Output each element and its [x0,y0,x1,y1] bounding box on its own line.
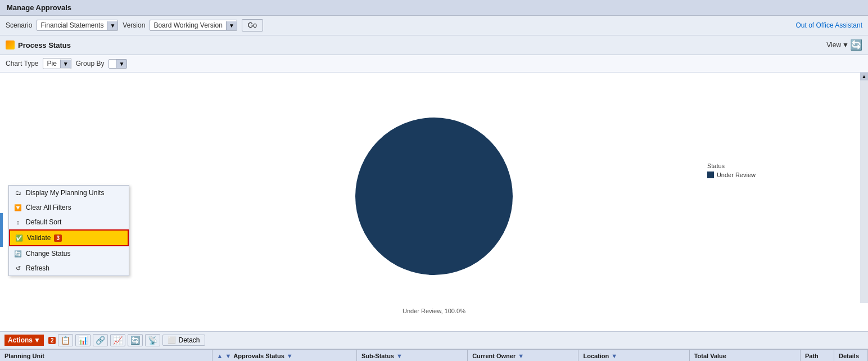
th-current-owner-label: Current Owner [472,353,516,359]
chart-area: Under Review, 100.0% [0,73,868,331]
validate-badge: 3 [54,234,62,242]
chart-type-value: Pie [43,58,60,69]
menu-item-label-display: Display My Planning Units [26,189,104,197]
group-by-dropdown-btn[interactable]: ▼ [116,60,126,68]
legend-swatch [707,172,714,178]
menu-item-display-planning-units[interactable]: 🗂 Display My Planning Units [9,186,129,200]
refresh-icon: ↺ [13,264,22,273]
th-planning-unit-label: Planning Unit [4,353,44,359]
filter-location-icon[interactable]: ▼ [611,353,617,359]
filter-substatus-icon[interactable]: ▼ [396,353,403,359]
menu-item-label-refresh: Refresh [26,264,49,272]
process-icon [6,40,15,49]
main-content: Under Review, 100.0% Status Under Review… [0,73,868,331]
detach-button[interactable]: ⬜ Detach [162,335,205,346]
sort-icon: ↕ [13,218,22,227]
version-select[interactable]: Board Working Version ▼ [150,20,237,31]
legend-item: Under Review [707,172,756,178]
th-approvals-status-label: Approvals Status [233,353,284,359]
scenario-dropdown-btn[interactable]: ▼ [107,21,117,30]
section-header: Process Status View ▼ 🔄 [0,35,868,55]
filter-owner-icon[interactable]: ▼ [518,353,524,359]
section-title-area: Process Status [6,40,71,49]
legend-area: Status Under Review [707,163,756,178]
filter-approvals-icon[interactable]: ▼ [287,353,293,359]
toolbar-icon-btn-5[interactable]: 🔄 [128,334,143,346]
chart-type-select[interactable]: Pie ▼ [43,58,71,69]
menu-item-default-sort[interactable]: ↕ Default Sort [9,215,129,229]
view-chevron-icon: ▼ [842,41,849,49]
group-by-value [109,62,116,65]
toolbar-icon-btn-3[interactable]: 🔗 [93,334,108,346]
refresh-page-icon[interactable]: 🔄 [850,39,862,51]
th-details-label: Details [839,353,859,359]
th-approvals-status: ▲ ▼ Approvals Status ▼ [213,350,357,361]
menu-item-label-change-status: Change Status [26,250,70,258]
actions-bar: Actions ▼ 2 📋 📊 🔗 📈 🔄 📡 ⬜ Detach [0,332,868,349]
section-title-text: Process Status [18,41,71,49]
th-path: Path [801,350,834,361]
th-planning-unit: Planning Unit [0,350,213,361]
group-by-label: Group By [76,60,105,67]
scroll-up-btn[interactable]: ▲ [860,73,868,80]
scenario-value: Financial Statements [37,20,107,30]
toolbar-icon-btn-4[interactable]: 📈 [110,334,125,346]
group-by-select[interactable]: ▼ [108,59,127,69]
toolbar-icon-btn-6[interactable]: 📡 [145,334,160,346]
version-dropdown-btn[interactable]: ▼ [226,21,237,30]
actions-chevron-icon: ▼ [34,336,40,344]
out-of-office-link[interactable]: Out of Office Assistant [796,21,863,29]
th-total-value: Total Value [690,350,801,361]
page-title: Manage Approvals [7,3,71,12]
legend-title: Status [707,163,756,169]
chart-controls: Chart Type Pie ▼ Group By ▼ [0,55,868,73]
scenario-label: Scenario [6,21,32,29]
chart-type-dropdown-btn[interactable]: ▼ [60,60,71,68]
toolbar-icon-btn-2[interactable]: 📊 [75,334,91,346]
pie-chart [355,118,513,275]
actions-button[interactable]: Actions ▼ [4,335,44,346]
th-path-label: Path [805,353,819,359]
th-location-label: Location [583,353,609,359]
grid-icon: 🗂 [13,188,22,197]
menu-item-label-clear: Clear All Filters [26,204,71,211]
sort-up-icon[interactable]: ▲ [217,353,223,359]
th-details: Details [834,350,868,361]
status-icon: 🔄 [13,249,22,258]
th-total-value-label: Total Value [694,353,726,359]
go-button[interactable]: Go [242,19,263,31]
context-menu: 🗂 Display My Planning Units 🔽 Clear All … [8,185,129,276]
toolbar-left: Scenario Financial Statements ▼ Version … [6,19,263,31]
scenario-select[interactable]: Financial Statements ▼ [37,20,118,31]
actions-badge: 2 [48,337,56,344]
legend-item-label: Under Review [717,172,756,178]
menu-item-validate[interactable]: ✅ Validate 3 [9,229,129,246]
th-sub-status: Sub-Status ▼ [357,350,468,361]
version-label: Version [123,21,145,29]
validate-icon: ✅ [15,233,24,242]
toolbar-icon-btn-1[interactable]: 📋 [58,334,73,346]
view-button[interactable]: View ▼ 🔄 [826,39,862,51]
th-sub-status-label: Sub-Status [361,353,394,359]
th-current-owner: Current Owner ▼ [468,350,578,361]
table-header-row: Planning Unit ▲ ▼ Approvals Status ▼ Sub… [0,349,868,361]
menu-item-clear-all-filters[interactable]: 🔽 Clear All Filters [9,200,129,215]
menu-item-label-sort: Default Sort [26,218,61,226]
actions-label: Actions [8,336,33,344]
sort-down-icon[interactable]: ▼ [225,353,231,359]
menu-item-label-validate: Validate [27,234,51,242]
view-label: View [826,41,841,49]
title-bar: Manage Approvals [0,0,868,16]
menu-item-change-status[interactable]: 🔄 Change Status [9,246,129,261]
scrollbar-right: ▲ [860,73,868,303]
chart-type-label: Chart Type [6,60,38,67]
filter-clear-icon: 🔽 [13,203,22,212]
detach-label: Detach [178,336,200,344]
version-value: Board Working Version [150,20,226,30]
th-location: Location ▼ [578,350,689,361]
bottom-section: Actions ▼ 2 📋 📊 🔗 📈 🔄 📡 ⬜ Detach Plannin… [0,331,868,361]
chart-label: Under Review, 100.0% [403,308,465,314]
toolbar: Scenario Financial Statements ▼ Version … [0,16,868,35]
menu-item-refresh[interactable]: ↺ Refresh [9,261,129,276]
detach-icon: ⬜ [168,336,176,344]
